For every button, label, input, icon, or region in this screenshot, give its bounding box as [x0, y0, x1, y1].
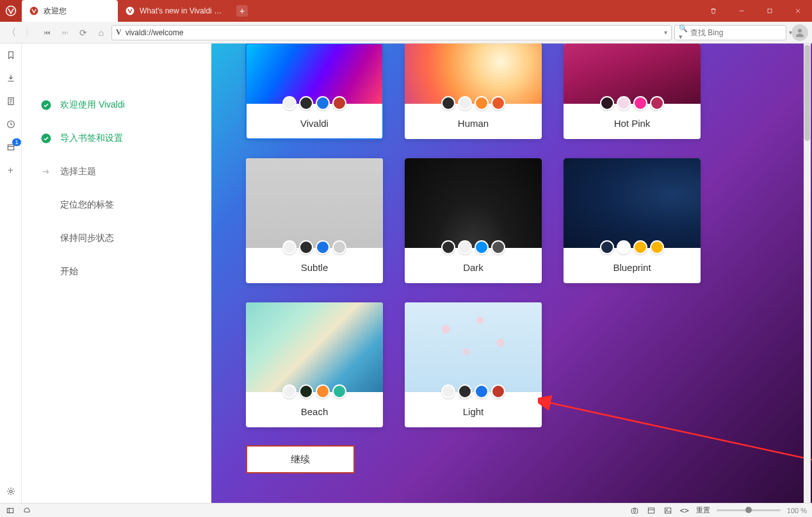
theme-label: Blueprint [564, 253, 701, 283]
step-tabs[interactable]: 定位您的标签 [40, 188, 199, 222]
step-sync[interactable]: 保持同步状态 [40, 222, 199, 255]
plus-icon: + [236, 5, 248, 17]
theme-thumbnail [564, 44, 701, 104]
color-swatch [650, 96, 664, 110]
side-panel: 1 + [0, 44, 22, 503]
step-welcome[interactable]: 欢迎使用 Vivaldi [40, 88, 199, 122]
history-panel-icon[interactable] [4, 118, 17, 131]
color-swatch [650, 240, 664, 254]
continue-button[interactable]: 继续 [246, 445, 355, 473]
color-swatch [282, 96, 296, 110]
color-swatch [282, 240, 296, 254]
color-swatch [458, 384, 472, 398]
theme-swatches [246, 240, 383, 253]
svg-rect-18 [665, 507, 670, 513]
close-button[interactable] [784, 0, 812, 22]
profile-avatar[interactable] [792, 24, 808, 41]
color-swatch [441, 240, 455, 254]
theme-label: Hot Pink [564, 109, 701, 139]
bookmarks-panel-icon[interactable] [4, 49, 17, 62]
color-swatch [332, 240, 346, 254]
url-field-wrapper[interactable]: V ▾ [111, 25, 672, 40]
step-label: 欢迎使用 Vivaldi [60, 99, 125, 111]
step-start[interactable]: 开始 [40, 255, 199, 288]
color-swatch [441, 96, 455, 110]
svg-point-9 [10, 490, 12, 493]
theme-card-human[interactable]: Human [405, 44, 542, 139]
window-panel-icon[interactable]: 1 [4, 141, 17, 154]
trash-button[interactable] [699, 0, 727, 22]
color-swatch [441, 384, 455, 398]
zoom-slider[interactable] [717, 509, 781, 511]
svg-point-3 [126, 7, 134, 15]
theme-label: Human [405, 109, 542, 139]
minimize-button[interactable] [727, 0, 756, 22]
theme-card-blueprint[interactable]: Blueprint [564, 158, 701, 283]
color-swatch [316, 96, 330, 110]
theme-card-beach[interactable]: Beach [246, 302, 383, 427]
downloads-panel-icon[interactable] [4, 72, 17, 85]
add-panel-icon[interactable]: + [4, 164, 17, 177]
step-theme[interactable]: 选择主题 [40, 155, 199, 188]
home-button[interactable]: ⌂ [93, 25, 109, 40]
color-swatch [299, 384, 313, 398]
tiling-icon[interactable] [646, 505, 656, 516]
theme-card-hot-pink[interactable]: Hot Pink [564, 44, 701, 139]
new-tab[interactable]: + [233, 0, 251, 22]
rewind-button[interactable]: ⏮ [40, 25, 55, 40]
forward-button[interactable]: 〉 [22, 25, 37, 40]
theme-card-light[interactable]: Light [405, 302, 542, 427]
color-swatch [600, 96, 614, 110]
zoom-reset-button[interactable]: 重置 [696, 505, 710, 515]
color-swatch [633, 240, 647, 254]
vertical-scrollbar[interactable] [804, 44, 811, 503]
color-swatch [617, 240, 631, 254]
capture-icon[interactable] [629, 505, 640, 516]
search-engine-icon[interactable]: 🔍▾ [679, 24, 688, 41]
reload-button[interactable]: ⟳ [76, 25, 91, 40]
page-actions-icon[interactable]: <> [679, 505, 690, 516]
settings-icon[interactable] [4, 485, 17, 498]
theme-card-vivaldi[interactable]: Vivaldi [246, 44, 383, 139]
status-bar: <> 重置 100 % [0, 503, 812, 517]
maximize-button[interactable] [756, 0, 784, 22]
url-input[interactable] [126, 28, 660, 37]
theme-card-dark[interactable]: Dark [405, 158, 542, 283]
search-field-wrapper[interactable]: 🔍▾ ▾ [674, 25, 786, 40]
step-import[interactable]: 导入书签和设置 [40, 122, 199, 155]
check-icon [40, 133, 53, 144]
search-input[interactable] [690, 28, 786, 37]
panel-toggle-icon[interactable] [5, 505, 15, 516]
theme-swatches [564, 96, 701, 109]
vivaldi-app-icon[interactable] [0, 0, 22, 22]
theme-thumbnail [405, 158, 542, 248]
back-button[interactable]: 〈 [4, 25, 19, 40]
tab-whatsnew[interactable]: What's new in Vivaldi 2.6 | V [118, 0, 233, 22]
site-info-icon[interactable]: V [116, 28, 122, 37]
url-dropdown-icon[interactable]: ▾ [664, 29, 667, 36]
images-toggle-icon[interactable] [663, 505, 673, 516]
svg-point-5 [798, 29, 802, 33]
notes-panel-icon[interactable] [4, 95, 17, 108]
theme-label: Dark [405, 253, 542, 283]
color-swatch [475, 96, 489, 110]
color-swatch [458, 240, 472, 254]
theme-swatches [246, 384, 383, 397]
themes-grid: VivaldiHumanHot PinkSubtleDarkBlueprintB… [246, 44, 777, 427]
fastforward-button[interactable]: ⏭ [58, 25, 73, 40]
tab-welcome[interactable]: 欢迎您 [22, 0, 118, 22]
color-swatch [299, 96, 313, 110]
color-swatch [282, 384, 296, 398]
color-swatch [332, 384, 346, 398]
theme-thumbnail [405, 302, 542, 392]
step-label: 定位您的标签 [60, 199, 114, 211]
theme-card-subtle[interactable]: Subtle [246, 158, 383, 283]
svg-rect-15 [631, 509, 637, 513]
color-swatch [475, 384, 489, 398]
theme-swatches [405, 96, 542, 109]
svg-rect-17 [648, 507, 654, 513]
svg-rect-4 [768, 9, 772, 13]
vivaldi-icon [126, 6, 134, 15]
theme-thumbnail [246, 158, 383, 248]
sync-status-icon[interactable] [22, 505, 32, 516]
